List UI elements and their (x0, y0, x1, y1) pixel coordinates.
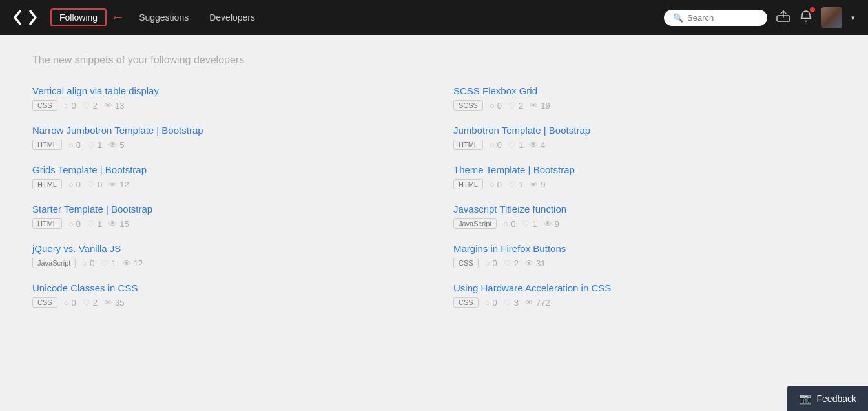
snippet-tag: HTML (453, 179, 483, 189)
comment-stat: ○ 0 (68, 219, 81, 229)
list-item: jQuery vs. Vanilla JS JavaScript ○ 0 ♡ 1… (32, 243, 415, 268)
logo[interactable] (13, 5, 37, 30)
comment-icon: ○ (64, 101, 69, 111)
comment-stat: ○ 0 (64, 101, 76, 111)
nav-following[interactable]: Following (50, 8, 107, 26)
like-stat: ♡ 1 (508, 140, 523, 150)
heart-icon: ♡ (87, 140, 95, 150)
heart-icon: ♡ (101, 258, 108, 268)
comment-stat: ○ 0 (485, 258, 497, 268)
eye-icon: 👁 (108, 180, 117, 189)
like-stat: ♡ 2 (508, 101, 523, 111)
list-item: Theme Template | Bootstrap HTML ○ 0 ♡ 1 … (453, 164, 836, 189)
snippets-left-column: Vertical align via table display CSS ○ 0… (32, 85, 415, 322)
snippets-right-column: SCSS Flexbox Grid SCSS ○ 0 ♡ 2 👁 19 (453, 85, 836, 322)
like-stat: ♡ 2 (504, 258, 519, 268)
view-stat: 👁 31 (525, 258, 545, 268)
view-stat: 👁 9 (530, 180, 545, 189)
view-stat: 👁 9 (544, 219, 559, 229)
view-stat: 👁 4 (530, 140, 545, 150)
snippet-meta: CSS ○ 0 ♡ 3 👁 772 (453, 297, 836, 308)
heart-icon: ♡ (504, 258, 512, 268)
heart-icon: ♡ (508, 140, 516, 150)
notification-badge (810, 7, 815, 12)
dropdown-chevron-icon[interactable]: ▾ (851, 14, 855, 22)
comment-icon: ○ (64, 298, 69, 308)
snippet-meta: HTML ○ 0 ♡ 1 👁 9 (453, 179, 836, 189)
upload-icon[interactable] (776, 10, 790, 25)
comment-stat: ○ 0 (64, 298, 76, 308)
snippet-tag: SCSS (453, 100, 483, 111)
list-item: Using Hardware Acceleration in CSS CSS ○… (453, 282, 836, 308)
comment-icon: ○ (68, 140, 74, 150)
heart-icon: ♡ (508, 101, 516, 111)
snippet-title[interactable]: Jumbotron Template | Bootstrap (453, 125, 836, 136)
snippet-meta: HTML ○ 0 ♡ 1 👁 4 (453, 140, 836, 150)
snippet-title[interactable]: SCSS Flexbox Grid (453, 85, 836, 96)
snippet-tag: CSS (453, 258, 479, 268)
eye-icon: 👁 (530, 140, 538, 150)
snippet-tag: HTML (453, 140, 483, 150)
snippet-title[interactable]: jQuery vs. Vanilla JS (32, 243, 415, 254)
snippet-meta: HTML ○ 0 ♡ 1 👁 5 (32, 140, 415, 150)
list-item: Unicode Classes in CSS CSS ○ 0 ♡ 2 👁 35 (32, 282, 415, 308)
notification-bell-icon[interactable] (800, 10, 812, 26)
search-icon: 🔍 (673, 13, 683, 23)
view-stat: 👁 12 (123, 258, 143, 268)
snippet-title[interactable]: Margins in Firefox Buttons (453, 243, 836, 254)
list-item: Vertical align via table display CSS ○ 0… (32, 85, 415, 111)
snippet-title[interactable]: Javascript Titleize function (453, 204, 836, 215)
snippet-title[interactable]: Theme Template | Bootstrap (453, 164, 836, 175)
eye-icon: 👁 (525, 258, 533, 268)
snippet-tag: CSS (453, 297, 479, 308)
snippet-title[interactable]: Using Hardware Acceleration in CSS (453, 282, 836, 293)
avatar[interactable] (822, 7, 842, 28)
snippet-title[interactable]: Unicode Classes in CSS (32, 282, 415, 293)
page-subtitle: The new snippets of your following devel… (32, 54, 836, 66)
snippet-tag: CSS (32, 297, 57, 308)
nav-suggestions[interactable]: Suggestions (130, 8, 198, 26)
comment-icon: ○ (485, 258, 490, 268)
view-stat: 👁 12 (108, 180, 129, 189)
snippet-meta: JavaScript ○ 0 ♡ 1 👁 9 (453, 218, 836, 229)
snippet-title[interactable]: Vertical align via table display (32, 85, 415, 96)
view-stat: 👁 13 (104, 101, 124, 111)
eye-icon: 👁 (104, 298, 112, 308)
like-stat: ♡ 2 (83, 298, 98, 308)
comment-stat: ○ 0 (490, 101, 502, 111)
eye-icon: 👁 (108, 219, 117, 229)
snippet-tag: HTML (32, 179, 62, 189)
view-stat: 👁 19 (530, 101, 550, 111)
snippet-title[interactable]: Narrow Jumbotron Template | Bootstrap (32, 125, 415, 136)
search-input[interactable] (687, 13, 758, 23)
nav-developers[interactable]: Developers (200, 8, 264, 26)
comment-stat: ○ 0 (503, 219, 515, 229)
snippet-meta: CSS ○ 0 ♡ 2 👁 31 (453, 258, 836, 268)
logo-icon (13, 5, 37, 30)
list-item: Grids Template | Bootstrap HTML ○ 0 ♡ 0 … (32, 164, 415, 189)
snippet-meta: CSS ○ 0 ♡ 2 👁 13 (32, 100, 415, 111)
nav-right: 🔍 ▾ (664, 7, 855, 28)
snippet-title[interactable]: Starter Template | Bootstrap (32, 204, 415, 215)
like-stat: ♡ 1 (101, 258, 116, 268)
camera-icon: 📷 (799, 392, 812, 405)
eye-icon: 👁 (525, 298, 533, 308)
snippet-meta: HTML ○ 0 ♡ 0 👁 12 (32, 179, 415, 189)
navbar: Following ← Suggestions Developers 🔍 (0, 0, 868, 35)
comment-icon: ○ (490, 140, 495, 150)
eye-icon: 👁 (530, 101, 538, 111)
snippet-tag: HTML (32, 140, 62, 150)
list-item: Margins in Firefox Buttons CSS ○ 0 ♡ 2 👁… (453, 243, 836, 268)
heart-icon: ♡ (522, 219, 530, 229)
comment-icon: ○ (485, 298, 490, 308)
snippet-title[interactable]: Grids Template | Bootstrap (32, 164, 415, 175)
arrow-indicator: ← (110, 9, 125, 26)
comment-icon: ○ (68, 219, 74, 229)
search-box[interactable]: 🔍 (664, 10, 767, 26)
comment-stat: ○ 0 (490, 180, 502, 189)
eye-icon: 👁 (123, 258, 131, 268)
snippet-meta: CSS ○ 0 ♡ 2 👁 35 (32, 297, 415, 308)
comment-stat: ○ 0 (490, 140, 502, 150)
comment-stat: ○ 0 (485, 298, 497, 308)
feedback-button[interactable]: 📷 Feedback (787, 386, 868, 411)
